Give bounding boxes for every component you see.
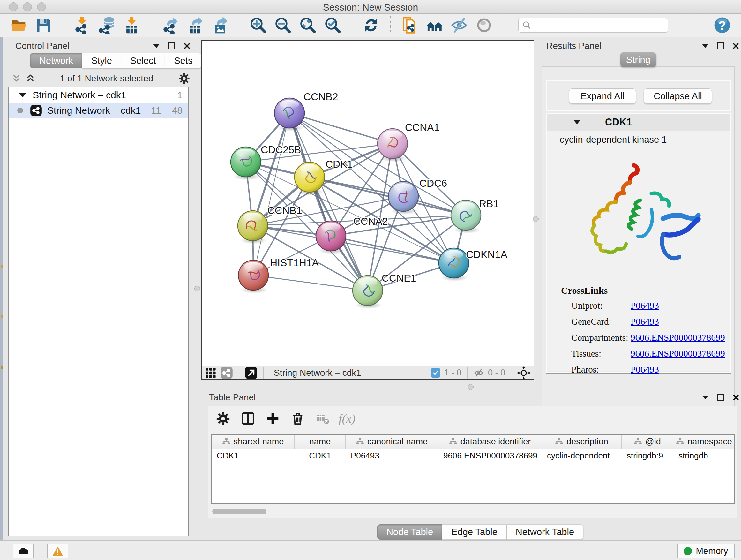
tab-node-table[interactable]: Node Table <box>377 524 442 540</box>
search-box[interactable] <box>518 18 668 33</box>
panel-float-icon[interactable] <box>717 394 724 401</box>
tree-expand-icon[interactable] <box>19 93 26 98</box>
expand-all-button[interactable]: Expand All <box>569 88 636 104</box>
crosslink-link[interactable]: P06493 <box>630 316 659 327</box>
table-row[interactable]: CDK1CDK1P064939606.ENSP00000378699cyclin… <box>212 449 734 463</box>
detach-view-icon[interactable] <box>245 367 258 379</box>
table-cell[interactable]: P06493 <box>346 449 438 463</box>
column-header-shared-name[interactable]: shared name <box>212 435 294 449</box>
network-node-RB1[interactable]: RB1 <box>451 198 499 233</box>
network-node-CDC25B[interactable]: CDC25B <box>231 144 301 180</box>
panel-float-icon[interactable] <box>717 42 724 50</box>
show-graphics-button[interactable] <box>475 16 493 35</box>
help-button[interactable]: ? <box>713 16 731 35</box>
network-node-CCNA1[interactable]: CCNA1 <box>378 122 440 162</box>
column-header-name[interactable]: name <box>294 435 346 449</box>
crosslink-link[interactable]: 9606.ENSP00000378699 <box>630 332 725 343</box>
panel-close-icon[interactable] <box>732 43 739 50</box>
network-edge[interactable] <box>289 113 393 144</box>
horizontal-scrollbar-thumb[interactable] <box>212 509 266 514</box>
column-header-canonical-name[interactable]: canonical name <box>346 435 438 449</box>
protein-card-header[interactable]: CDK1 <box>547 114 730 131</box>
network-collection-row[interactable]: String Network – cdk1 1 <box>9 87 188 103</box>
cloud-button[interactable] <box>13 544 34 558</box>
crosslink-link[interactable]: 9606.ENSP00000378699 <box>630 348 725 359</box>
column-header-database-identifier[interactable]: database identifier <box>438 435 542 449</box>
birdseye-crosshair-icon[interactable] <box>517 366 530 380</box>
tab-network-table[interactable]: Network Table <box>507 524 583 540</box>
open-session-button[interactable] <box>10 16 28 35</box>
tab-string[interactable]: String <box>620 52 656 67</box>
houses-button[interactable] <box>425 16 444 35</box>
panel-close-icon[interactable] <box>732 394 739 401</box>
import-network-button[interactable] <box>73 16 91 35</box>
network-node-CCNE1[interactable]: CCNE1 <box>353 272 416 309</box>
panel-menu-icon[interactable] <box>702 44 709 48</box>
export-network-button[interactable] <box>161 16 179 35</box>
hidden-eye-slash-icon[interactable] <box>473 368 484 378</box>
expand-all-icon[interactable] <box>25 74 35 83</box>
collapse-all-icon[interactable] <box>11 74 21 83</box>
zoom-out-button[interactable] <box>274 16 292 35</box>
left-splitter-handle[interactable] <box>194 286 200 292</box>
function-builder-button[interactable]: f(x) <box>339 412 355 426</box>
network-edge[interactable] <box>253 275 367 291</box>
zoom-in-button[interactable] <box>249 16 267 35</box>
panel-close-icon[interactable] <box>184 43 191 50</box>
table-cell[interactable]: CDK1 <box>294 449 346 463</box>
zoom-selected-button[interactable] <box>324 16 342 35</box>
crosslink-link[interactable]: P06493 <box>630 300 659 311</box>
network-edge[interactable] <box>253 113 289 275</box>
table-cell[interactable]: CDK1 <box>212 449 294 463</box>
table-cell[interactable]: 9606.ENSP00000378699 <box>438 449 542 463</box>
warnings-button[interactable] <box>47 544 68 558</box>
delete-table-button[interactable] <box>314 410 332 428</box>
network-node-CDKN1A[interactable]: CDKN1A <box>439 248 508 281</box>
network-graph[interactable]: CCNB2CCNA1CDC25BCDK1CDC6RB1CCNB1CCNA2CDK… <box>202 41 534 366</box>
refresh-button[interactable] <box>362 16 381 35</box>
tab-style[interactable]: Style <box>82 53 121 68</box>
table-settings-button[interactable] <box>214 410 232 428</box>
network-node-HIST1H1A[interactable]: HIST1H1A <box>239 257 319 294</box>
selected-checkbox[interactable] <box>431 368 441 378</box>
network-row[interactable]: String Network – cdk1 11 48 <box>9 103 188 118</box>
create-column-button[interactable] <box>264 410 282 428</box>
column-header--id[interactable]: @id <box>622 435 673 449</box>
selection-status: 1 of 1 Network selected <box>35 73 178 84</box>
panel-float-icon[interactable] <box>168 42 175 50</box>
delete-column-button[interactable] <box>289 410 307 428</box>
table-cell[interactable]: cyclin-dependent ... <box>542 449 622 463</box>
memory-button[interactable]: Memory <box>677 544 735 558</box>
panel-menu-icon[interactable] <box>702 395 709 399</box>
share-view-icon[interactable] <box>220 367 233 379</box>
zoom-fit-button[interactable] <box>299 16 317 35</box>
export-image-button[interactable] <box>211 16 229 35</box>
collapse-card-icon[interactable] <box>574 120 580 124</box>
network-node-CCNB1[interactable]: CCNB1 <box>238 205 302 244</box>
tab-network[interactable]: Network <box>30 53 82 68</box>
column-header-namespace[interactable]: namespace <box>673 435 735 449</box>
table-cell[interactable]: stringdb:9... <box>622 449 673 463</box>
search-input[interactable] <box>531 18 664 32</box>
gear-icon[interactable] <box>178 72 190 84</box>
tab-select[interactable]: Select <box>121 53 165 68</box>
table-cell[interactable]: stringdb <box>673 449 735 463</box>
node-table[interactable]: shared namenamecanonical namedatabase id… <box>211 434 735 504</box>
collapse-all-button[interactable]: Collapse All <box>644 88 712 104</box>
hide-graphics-button[interactable] <box>450 16 468 35</box>
import-network-from-database-button[interactable] <box>98 16 116 35</box>
string-query-button[interactable] <box>400 16 419 35</box>
network-canvas[interactable]: CCNB2CCNA1CDC25BCDK1CDC6RB1CCNB1CCNA2CDK… <box>201 40 534 380</box>
right-splitter-handle[interactable] <box>533 216 539 222</box>
import-table-button[interactable] <box>123 16 141 35</box>
tab-edge-table[interactable]: Edge Table <box>442 524 507 540</box>
horizontal-splitter-handle[interactable] <box>468 384 474 390</box>
panel-menu-icon[interactable] <box>153 44 159 48</box>
column-header-description[interactable]: description <box>542 435 622 449</box>
show-columns-button[interactable] <box>239 410 257 428</box>
crosslink-link[interactable]: P06493 <box>630 364 659 375</box>
save-session-button[interactable] <box>35 16 53 35</box>
export-table-button[interactable] <box>186 16 204 35</box>
tab-sets[interactable]: Sets <box>165 53 202 68</box>
grid-view-icon[interactable] <box>205 367 216 379</box>
